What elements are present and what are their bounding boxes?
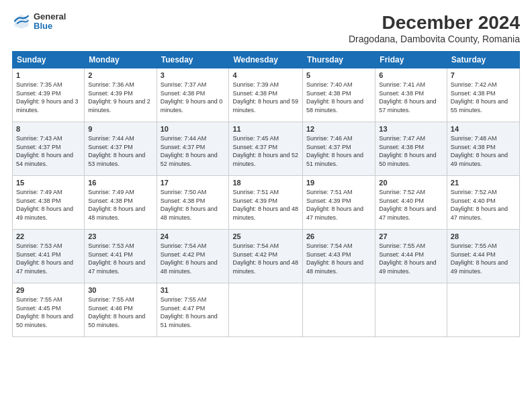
table-row: 12Sunrise: 7:46 AMSunset: 4:37 PMDayligh… xyxy=(303,122,375,176)
day-number: 11 xyxy=(232,125,299,133)
day-number: 10 xyxy=(161,125,226,133)
day-number: 15 xyxy=(16,179,81,187)
table-row: 16Sunrise: 7:49 AMSunset: 4:38 PMDayligh… xyxy=(85,176,157,230)
logo-text: General Blue xyxy=(34,12,66,32)
day-number: 1 xyxy=(16,71,81,79)
day-number: 6 xyxy=(379,71,443,79)
day-info: Sunrise: 7:55 AMSunset: 4:47 PMDaylight:… xyxy=(161,295,226,329)
calendar-week-row: 15Sunrise: 7:49 AMSunset: 4:38 PMDayligh… xyxy=(13,176,520,230)
day-number: 19 xyxy=(306,179,371,187)
day-info: Sunrise: 7:54 AMSunset: 4:42 PMDaylight:… xyxy=(232,242,299,275)
table-row: 2Sunrise: 7:36 AMSunset: 4:39 PMDaylight… xyxy=(85,68,157,122)
day-number: 4 xyxy=(232,71,299,79)
table-row xyxy=(375,283,447,337)
table-row: 30Sunrise: 7:55 AMSunset: 4:46 PMDayligh… xyxy=(85,283,157,337)
calendar-week-row: 8Sunrise: 7:43 AMSunset: 4:37 PMDaylight… xyxy=(13,122,520,176)
day-number: 3 xyxy=(161,71,226,79)
day-number: 14 xyxy=(451,125,516,133)
day-number: 7 xyxy=(451,71,516,79)
calendar-week-row: 22Sunrise: 7:53 AMSunset: 4:41 PMDayligh… xyxy=(13,230,520,283)
day-info: Sunrise: 7:54 AMSunset: 4:42 PMDaylight:… xyxy=(161,242,226,275)
table-row: 5Sunrise: 7:40 AMSunset: 4:38 PMDaylight… xyxy=(303,68,375,122)
day-info: Sunrise: 7:39 AMSunset: 4:38 PMDaylight:… xyxy=(232,81,299,114)
day-number: 2 xyxy=(88,71,152,79)
calendar-week-row: 29Sunrise: 7:55 AMSunset: 4:45 PMDayligh… xyxy=(13,283,520,337)
col-wednesday: Wednesday xyxy=(229,52,303,68)
day-info: Sunrise: 7:47 AMSunset: 4:38 PMDaylight:… xyxy=(379,134,443,168)
table-row: 23Sunrise: 7:53 AMSunset: 4:41 PMDayligh… xyxy=(85,230,157,283)
day-info: Sunrise: 7:51 AMSunset: 4:39 PMDaylight:… xyxy=(306,188,371,222)
table-row: 10Sunrise: 7:44 AMSunset: 4:37 PMDayligh… xyxy=(157,122,229,176)
table-row: 17Sunrise: 7:50 AMSunset: 4:38 PMDayligh… xyxy=(157,176,229,230)
day-info: Sunrise: 7:36 AMSunset: 4:39 PMDaylight:… xyxy=(88,81,152,114)
col-saturday: Saturday xyxy=(447,52,519,68)
day-info: Sunrise: 7:53 AMSunset: 4:41 PMDaylight:… xyxy=(16,242,81,275)
day-info: Sunrise: 7:44 AMSunset: 4:37 PMDaylight:… xyxy=(88,134,152,168)
header: General Blue December 2024 Dragodana, Da… xyxy=(12,12,520,44)
day-info: Sunrise: 7:43 AMSunset: 4:37 PMDaylight:… xyxy=(16,134,81,168)
day-number: 31 xyxy=(161,286,226,294)
table-row: 7Sunrise: 7:42 AMSunset: 4:38 PMDaylight… xyxy=(447,68,519,122)
day-info: Sunrise: 7:42 AMSunset: 4:38 PMDaylight:… xyxy=(451,81,516,114)
day-number: 22 xyxy=(16,232,81,240)
calendar-table: Sunday Monday Tuesday Wednesday Thursday… xyxy=(12,51,520,337)
logo-blue: Blue xyxy=(34,21,66,31)
table-row: 1Sunrise: 7:35 AMSunset: 4:39 PMDaylight… xyxy=(13,68,85,122)
day-info: Sunrise: 7:49 AMSunset: 4:38 PMDaylight:… xyxy=(16,188,81,222)
day-number: 5 xyxy=(306,71,371,79)
table-row: 22Sunrise: 7:53 AMSunset: 4:41 PMDayligh… xyxy=(13,230,85,283)
table-row: 14Sunrise: 7:48 AMSunset: 4:38 PMDayligh… xyxy=(447,122,519,176)
day-info: Sunrise: 7:51 AMSunset: 4:39 PMDaylight:… xyxy=(232,188,299,222)
table-row: 18Sunrise: 7:51 AMSunset: 4:39 PMDayligh… xyxy=(229,176,303,230)
day-number: 12 xyxy=(306,125,371,133)
table-row: 13Sunrise: 7:47 AMSunset: 4:38 PMDayligh… xyxy=(375,122,447,176)
table-row: 28Sunrise: 7:55 AMSunset: 4:44 PMDayligh… xyxy=(447,230,519,283)
day-info: Sunrise: 7:37 AMSunset: 4:38 PMDaylight:… xyxy=(161,81,226,114)
day-info: Sunrise: 7:45 AMSunset: 4:37 PMDaylight:… xyxy=(232,134,299,168)
calendar-subtitle: Dragodana, Dambovita County, Romania xyxy=(349,34,520,44)
col-thursday: Thursday xyxy=(303,52,375,68)
day-number: 24 xyxy=(161,232,226,240)
logo-general: General xyxy=(34,12,66,21)
table-row xyxy=(447,283,519,337)
day-info: Sunrise: 7:55 AMSunset: 4:44 PMDaylight:… xyxy=(379,242,443,275)
day-info: Sunrise: 7:48 AMSunset: 4:38 PMDaylight:… xyxy=(451,134,516,168)
col-sunday: Sunday xyxy=(13,52,85,68)
day-number: 16 xyxy=(88,179,152,187)
day-info: Sunrise: 7:53 AMSunset: 4:41 PMDaylight:… xyxy=(88,242,152,275)
table-row: 21Sunrise: 7:52 AMSunset: 4:40 PMDayligh… xyxy=(447,176,519,230)
day-number: 8 xyxy=(16,125,81,133)
day-info: Sunrise: 7:55 AMSunset: 4:45 PMDaylight:… xyxy=(16,295,81,329)
table-row: 20Sunrise: 7:52 AMSunset: 4:40 PMDayligh… xyxy=(375,176,447,230)
day-number: 20 xyxy=(379,179,443,187)
day-number: 13 xyxy=(379,125,443,133)
day-info: Sunrise: 7:52 AMSunset: 4:40 PMDaylight:… xyxy=(451,188,516,222)
table-row: 31Sunrise: 7:55 AMSunset: 4:47 PMDayligh… xyxy=(157,283,229,337)
day-number: 30 xyxy=(88,286,152,294)
day-info: Sunrise: 7:55 AMSunset: 4:44 PMDaylight:… xyxy=(451,242,516,275)
table-row: 27Sunrise: 7:55 AMSunset: 4:44 PMDayligh… xyxy=(375,230,447,283)
day-info: Sunrise: 7:50 AMSunset: 4:38 PMDaylight:… xyxy=(161,188,226,222)
logo-icon xyxy=(12,12,31,31)
table-row: 24Sunrise: 7:54 AMSunset: 4:42 PMDayligh… xyxy=(157,230,229,283)
day-info: Sunrise: 7:54 AMSunset: 4:43 PMDaylight:… xyxy=(306,242,371,275)
day-number: 17 xyxy=(161,179,226,187)
table-row: 8Sunrise: 7:43 AMSunset: 4:37 PMDaylight… xyxy=(13,122,85,176)
table-row: 26Sunrise: 7:54 AMSunset: 4:43 PMDayligh… xyxy=(303,230,375,283)
day-info: Sunrise: 7:46 AMSunset: 4:37 PMDaylight:… xyxy=(306,134,371,168)
table-row: 19Sunrise: 7:51 AMSunset: 4:39 PMDayligh… xyxy=(303,176,375,230)
day-number: 21 xyxy=(451,179,516,187)
day-info: Sunrise: 7:44 AMSunset: 4:37 PMDaylight:… xyxy=(161,134,226,168)
title-section: December 2024 Dragodana, Dambovita Count… xyxy=(349,12,520,44)
table-row: 9Sunrise: 7:44 AMSunset: 4:37 PMDaylight… xyxy=(85,122,157,176)
calendar-title: December 2024 xyxy=(349,12,520,34)
day-number: 27 xyxy=(379,232,443,240)
day-number: 25 xyxy=(232,232,299,240)
col-tuesday: Tuesday xyxy=(157,52,229,68)
day-info: Sunrise: 7:35 AMSunset: 4:39 PMDaylight:… xyxy=(16,81,81,114)
table-row: 11Sunrise: 7:45 AMSunset: 4:37 PMDayligh… xyxy=(229,122,303,176)
day-info: Sunrise: 7:40 AMSunset: 4:38 PMDaylight:… xyxy=(306,81,371,114)
table-row xyxy=(229,283,303,337)
calendar-header-row: Sunday Monday Tuesday Wednesday Thursday… xyxy=(13,52,520,68)
col-monday: Monday xyxy=(85,52,157,68)
